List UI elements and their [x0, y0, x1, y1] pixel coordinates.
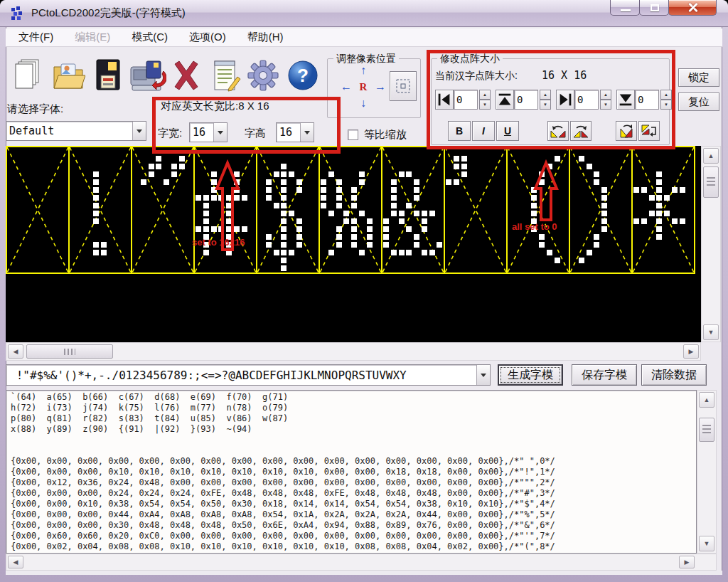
- glyph-pixel[interactable]: [399, 171, 405, 177]
- glyph-pixel[interactable]: [454, 164, 459, 169]
- glyph-pixel[interactable]: [422, 218, 427, 224]
- glyph-pixel[interactable]: [391, 203, 397, 208]
- glyph-pixel[interactable]: [274, 250, 279, 255]
- glyph-cell-6[interactable]: [382, 147, 445, 273]
- glyph-pixel[interactable]: [406, 171, 412, 177]
- glyph-pixel[interactable]: [296, 226, 302, 232]
- glyph-pixel[interactable]: [414, 211, 419, 216]
- glyph-pixel[interactable]: [594, 179, 599, 185]
- glyph-pixel[interactable]: [539, 179, 545, 185]
- glyph-pixel[interactable]: [266, 234, 272, 240]
- glyph-pixel[interactable]: [226, 234, 232, 240]
- edge-left-input[interactable]: [454, 90, 478, 110]
- edge-bottom-button[interactable]: [616, 90, 635, 110]
- glyph-pixel[interactable]: [226, 250, 232, 255]
- glyph-pixel[interactable]: [594, 171, 599, 177]
- glyph-pixel[interactable]: [321, 187, 326, 193]
- glyph-pixel[interactable]: [93, 179, 99, 185]
- output-scroll-down-button[interactable]: ▼: [699, 536, 714, 551]
- glyph-pixel[interactable]: [156, 164, 161, 169]
- glyph-pixel[interactable]: [321, 195, 326, 201]
- glyph-pixel[interactable]: [141, 179, 146, 185]
- glyph-pixel[interactable]: [226, 211, 232, 216]
- glyph-pixel[interactable]: [351, 187, 357, 193]
- glyph-pixel[interactable]: [93, 218, 99, 224]
- shift-down-icon[interactable]: ↓: [355, 95, 371, 111]
- glyph-pixel[interactable]: [391, 195, 397, 201]
- glyph-pixel[interactable]: [414, 187, 419, 193]
- glyph-cell-10[interactable]: [633, 147, 695, 273]
- underline-button[interactable]: U: [496, 121, 519, 141]
- glyph-pixel[interactable]: [179, 156, 185, 162]
- shift-right-icon[interactable]: →: [373, 79, 388, 95]
- glyph-pixel[interactable]: [454, 179, 459, 185]
- glyph-horizontal-scrollbar[interactable]: ◀ ▶: [6, 342, 701, 361]
- menu-item-1[interactable]: 编辑(E): [75, 31, 110, 44]
- glyph-pixel[interactable]: [437, 242, 442, 248]
- edge-top-button[interactable]: [496, 90, 514, 110]
- glyph-pixel[interactable]: [179, 164, 185, 169]
- glyph-preview-area[interactable]: [6, 146, 701, 342]
- glyph-pixel[interactable]: [601, 226, 607, 232]
- glyph-pixel[interactable]: [336, 234, 342, 240]
- glyph-pixel[interactable]: [234, 171, 240, 177]
- glyph-pixel[interactable]: [601, 187, 607, 193]
- glyph-pixel[interactable]: [156, 156, 161, 162]
- flip-vertical-button[interactable]: [616, 121, 637, 141]
- glyph-pixel[interactable]: [656, 195, 662, 201]
- glyph-pixel[interactable]: [531, 195, 537, 201]
- edge-bottom-spinner[interactable]: ▲▼: [660, 90, 672, 110]
- glyph-pixel[interactable]: [281, 164, 287, 169]
- glyph-scroll-up-button[interactable]: ▲: [703, 148, 719, 164]
- save-font-button[interactable]: 保存字模: [572, 364, 637, 386]
- glyph-pixel[interactable]: [211, 187, 217, 193]
- glyph-scroll-left-button[interactable]: ◀: [8, 344, 23, 359]
- glyph-pixel[interactable]: [680, 187, 685, 193]
- edge-left-button[interactable]: [435, 90, 454, 110]
- glyph-pixel[interactable]: [203, 218, 209, 224]
- char-width-dropdown-icon[interactable]: [213, 123, 227, 142]
- menu-item-0[interactable]: 文件(F): [18, 31, 53, 44]
- glyph-pixel[interactable]: [211, 171, 217, 177]
- glyph-pixel[interactable]: [296, 242, 302, 248]
- char-height-combo[interactable]: 16: [276, 122, 314, 142]
- glyph-pixel[interactable]: [422, 250, 427, 255]
- glyph-pixel[interactable]: [93, 242, 99, 248]
- edge-right-button[interactable]: [556, 90, 574, 110]
- glyph-pixel[interactable]: [351, 226, 357, 232]
- glyph-pixel[interactable]: [601, 218, 607, 224]
- glyph-pixel[interactable]: [579, 156, 584, 162]
- glyph-pixel[interactable]: [367, 234, 373, 240]
- glyph-pixel[interactable]: [391, 211, 397, 216]
- glyph-pixel[interactable]: [281, 226, 287, 232]
- font-data-output[interactable]: `(64) a(65) b(66) c(67) d(68) e(69) f(70…: [6, 390, 697, 554]
- glyph-pixel[interactable]: [196, 226, 201, 232]
- glyph-pixel[interactable]: [336, 195, 342, 201]
- char-height-dropdown-icon[interactable]: [300, 123, 314, 142]
- glyph-pixel[interactable]: [93, 195, 99, 201]
- edge-top-spinner[interactable]: ▲▼: [540, 90, 551, 110]
- glyph-vertical-scrollbar[interactable]: ▲ ▼: [701, 146, 721, 342]
- glyph-pixel[interactable]: [422, 211, 427, 216]
- glyph-pixel[interactable]: [226, 195, 232, 201]
- glyph-pixel[interactable]: [531, 187, 537, 193]
- edge-bottom-input[interactable]: [635, 90, 659, 110]
- glyph-pixel[interactable]: [399, 218, 405, 224]
- glyph-pixel[interactable]: [406, 203, 412, 208]
- glyph-pixel[interactable]: [281, 250, 287, 255]
- glyph-pixel[interactable]: [351, 242, 357, 248]
- glyph-cell-5[interactable]: [320, 147, 382, 273]
- glyph-pixel[interactable]: [328, 211, 334, 216]
- glyph-pixel[interactable]: [656, 203, 662, 208]
- glyph-pixel[interactable]: [266, 195, 272, 201]
- glyph-pixel[interactable]: [203, 250, 209, 255]
- center-glyph-button[interactable]: [390, 71, 417, 101]
- glyph-cell-1[interactable]: [70, 147, 132, 273]
- glyph-pixel[interactable]: [383, 242, 389, 248]
- glyph-pixel[interactable]: [531, 226, 537, 232]
- glyph-pixel[interactable]: [664, 211, 670, 216]
- minimize-button[interactable]: [610, 0, 640, 16]
- glyph-pixel[interactable]: [422, 226, 427, 232]
- glyph-pixel[interactable]: [234, 226, 240, 232]
- glyph-pixel[interactable]: [383, 218, 389, 224]
